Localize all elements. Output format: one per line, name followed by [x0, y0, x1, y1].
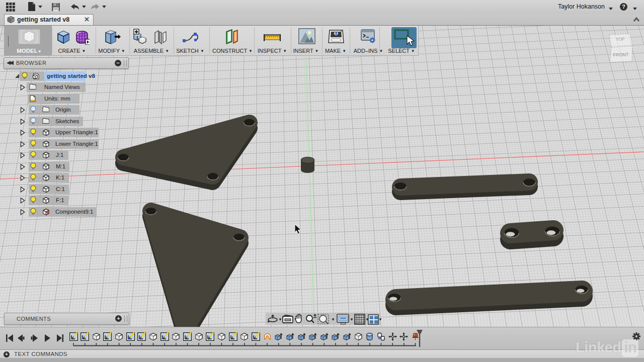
svg-text:TOP: TOP: [616, 36, 625, 42]
svg-text:FRONT: FRONT: [613, 52, 629, 57]
